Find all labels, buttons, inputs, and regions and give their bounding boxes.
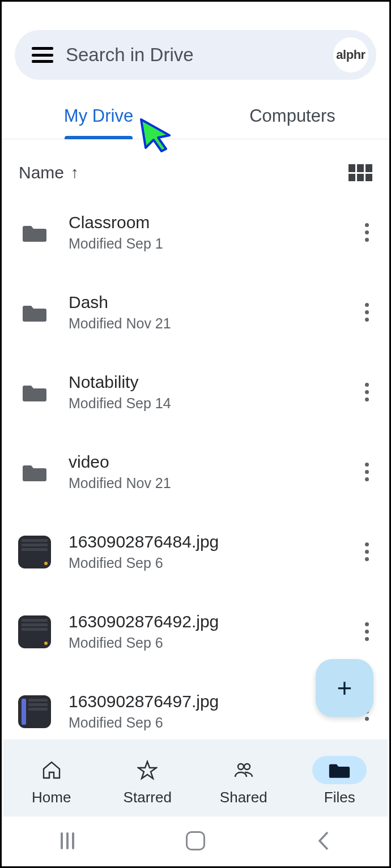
- more-options-icon[interactable]: [359, 381, 375, 404]
- list-item[interactable]: video Modified Nov 21: [16, 438, 375, 506]
- folder-icon: [16, 454, 53, 490]
- file-modified: Modified Nov 21: [69, 475, 343, 491]
- system-back-button[interactable]: [312, 829, 335, 853]
- file-name: 1630902876497.jpg: [69, 692, 343, 711]
- avatar[interactable]: alphr: [333, 37, 368, 72]
- nav-label: Files: [324, 789, 355, 806]
- bottom-nav: Home Starred Shared Files: [3, 739, 388, 816]
- tabs: My Drive Computers: [2, 97, 389, 139]
- file-name: Classroom: [69, 213, 343, 232]
- list-item[interactable]: Notability Modified Sep 14: [16, 358, 375, 426]
- tab-computers[interactable]: Computers: [196, 97, 389, 139]
- list-item[interactable]: 1630902876492.jpg Modified Sep 6: [16, 597, 375, 666]
- svg-point-0: [238, 764, 244, 769]
- file-modified: Modified Sep 14: [69, 395, 343, 412]
- search-bar[interactable]: Search in Drive alphr: [15, 30, 376, 80]
- new-button[interactable]: +: [316, 659, 373, 717]
- sort-by-name[interactable]: Name ↑: [19, 163, 79, 182]
- file-modified: Modified Sep 1: [69, 236, 343, 252]
- list-item[interactable]: Dash Modified Nov 21: [16, 278, 375, 347]
- tab-my-drive[interactable]: My Drive: [2, 97, 196, 139]
- more-options-icon[interactable]: [359, 301, 375, 324]
- image-thumbnail: [16, 534, 53, 570]
- file-modified: Modified Sep 6: [69, 715, 343, 731]
- more-options-icon[interactable]: [359, 461, 375, 484]
- folder-icon: [16, 294, 53, 331]
- nav-label: Home: [32, 789, 71, 806]
- file-name: Notability: [69, 373, 343, 392]
- menu-icon[interactable]: [32, 47, 53, 63]
- list-item[interactable]: 1630902876484.jpg Modified Sep 6: [16, 518, 375, 586]
- system-recents-button[interactable]: [56, 829, 79, 853]
- system-nav-bar: [3, 816, 388, 865]
- nav-files[interactable]: Files: [297, 756, 382, 806]
- file-name: video: [69, 452, 343, 472]
- nav-starred[interactable]: Starred: [105, 756, 190, 806]
- view-grid-toggle[interactable]: [348, 164, 372, 181]
- nav-shared[interactable]: Shared: [201, 756, 286, 806]
- more-options-icon[interactable]: [359, 621, 375, 643]
- file-modified: Modified Sep 6: [69, 635, 343, 651]
- star-icon: [120, 756, 175, 784]
- home-icon: [24, 756, 79, 784]
- people-icon: [216, 756, 271, 784]
- file-name: 1630902876484.jpg: [69, 532, 343, 551]
- plus-icon: +: [337, 673, 352, 703]
- file-modified: Modified Nov 21: [69, 315, 343, 332]
- system-home-button[interactable]: [184, 829, 207, 853]
- search-input-placeholder[interactable]: Search in Drive: [66, 44, 321, 66]
- file-name: Dash: [69, 293, 343, 312]
- file-list: Classroom Modified Sep 1 Dash Modified N…: [2, 198, 389, 815]
- more-options-icon[interactable]: [359, 541, 375, 563]
- nav-home[interactable]: Home: [9, 756, 94, 806]
- sort-header: Name ↑: [2, 139, 389, 198]
- more-options-icon[interactable]: [359, 221, 375, 244]
- folder-icon: [16, 215, 53, 251]
- folder-filled-icon: [312, 756, 367, 784]
- svg-point-1: [244, 764, 250, 769]
- nav-label: Shared: [220, 789, 267, 806]
- folder-icon: [16, 374, 53, 411]
- sort-direction-icon: ↑: [71, 164, 79, 182]
- sort-label: Name: [19, 163, 64, 182]
- file-modified: Modified Sep 6: [69, 555, 343, 571]
- file-name: 1630902876492.jpg: [69, 612, 343, 631]
- nav-label: Starred: [124, 789, 172, 806]
- image-thumbnail: [16, 694, 53, 730]
- list-item[interactable]: Classroom Modified Sep 1: [16, 198, 375, 267]
- image-thumbnail: [16, 614, 53, 650]
